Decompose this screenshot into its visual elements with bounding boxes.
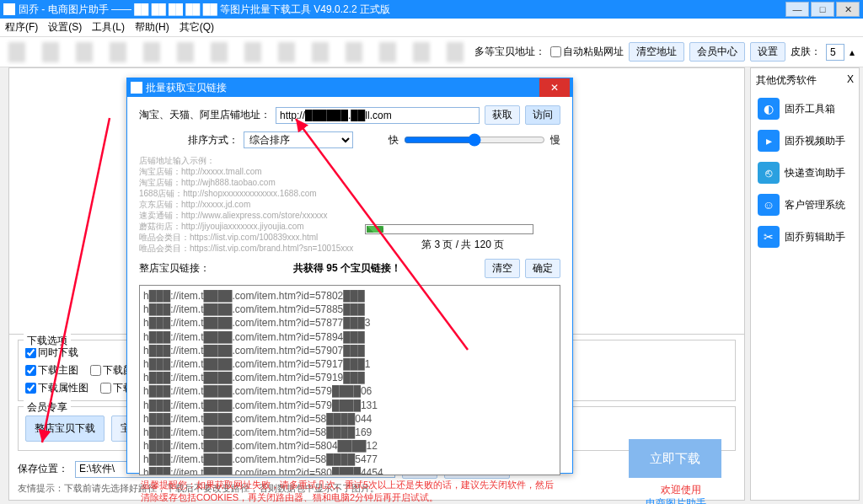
- list-item[interactable]: h███://item.t████.com/item.htm?id=58████…: [143, 426, 556, 439]
- auto-paste-checkbox[interactable]: 自动粘贴网址: [550, 45, 624, 59]
- whole-shop-download-button[interactable]: 整店宝贝下载: [25, 416, 105, 442]
- menu-help[interactable]: 帮助(H): [135, 20, 169, 35]
- list-item[interactable]: h███://item.t████.com/item.htm?id=57917█…: [143, 357, 556, 371]
- list-item[interactable]: h███://item.t████.com/item.htm?id=579███…: [143, 399, 556, 412]
- dialog-titlebar[interactable]: 批量获取宝贝链接 ✕: [127, 78, 572, 97]
- batch-links-dialog: 批量获取宝贝链接 ✕ 淘宝、天猫、阿里店铺地址： 获取 访问 排序方式： 综合排…: [126, 78, 573, 474]
- clear-list-button[interactable]: 清空: [485, 259, 520, 278]
- tool-icon: ⎋: [758, 162, 780, 184]
- menu-other[interactable]: 其它(Q): [180, 20, 214, 35]
- dialog-app-icon: [131, 82, 142, 94]
- download-now-button[interactable]: 立即下载: [629, 439, 721, 478]
- skin-up-icon[interactable]: ▴: [850, 46, 855, 58]
- list-item[interactable]: h███://item.t████.com/item.htm?id=580███…: [143, 466, 556, 475]
- slow-label-dialog: 慢: [550, 133, 560, 147]
- tool-item-4[interactable]: ✂固乔剪辑助手: [756, 221, 854, 253]
- list-item[interactable]: h███://item.t████.com/item.htm?id=57907█…: [143, 344, 556, 357]
- tool-icon: ✂: [758, 226, 780, 248]
- member-center-button[interactable]: 会员中心: [689, 42, 745, 62]
- list-item[interactable]: h███://item.t████.com/item.htm?id=5804██…: [143, 439, 556, 453]
- list-item[interactable]: h███://item.t████.com/item.htm?id=58████…: [143, 453, 556, 466]
- window-titlebar: 固乔 - 电商图片助手 —— ██ ██ ██ ██ ██ 等图片批量下载工具 …: [0, 0, 863, 19]
- list-item[interactable]: h███://item.t████.com/item.htm?id=57894█…: [143, 330, 556, 344]
- save-path-label: 保存位置：: [18, 462, 68, 476]
- download-options-title: 下载选项: [24, 334, 71, 348]
- minimize-button[interactable]: —: [785, 2, 809, 17]
- ok-button[interactable]: 确定: [525, 259, 560, 278]
- clear-address-button[interactable]: 清空地址: [629, 42, 684, 62]
- get-button[interactable]: 获取: [485, 105, 520, 125]
- welcome-link[interactable]: 电商图片助手: [646, 496, 706, 504]
- visit-button[interactable]: 访问: [525, 105, 560, 125]
- sort-select[interactable]: 综合排序: [244, 131, 353, 148]
- download-attr-image-checkbox[interactable]: 下载属性图: [25, 381, 88, 395]
- links-listbox[interactable]: h███://item.t████.com/item.htm?id=57802█…: [139, 285, 560, 475]
- tool-icon: ◐: [758, 98, 780, 120]
- tool-icon: ▸: [758, 130, 780, 152]
- list-item[interactable]: h███://item.t████.com/item.htm?id=57885█…: [143, 303, 556, 316]
- other-software-title: 其他优秀软件: [756, 73, 817, 88]
- member-title: 会员专享: [24, 400, 71, 415]
- got-count: 共获得 95 个宝贝链接！: [215, 261, 480, 276]
- progress-bar: [365, 224, 533, 234]
- skin-input[interactable]: [826, 44, 844, 61]
- speed-slider-dialog[interactable]: [404, 133, 545, 147]
- menubar: 程序(F) 设置(S) 工具(L) 帮助(H) 其它(Q): [0, 19, 863, 37]
- page-info: 第 3 页 / 共 120 页: [365, 238, 560, 252]
- addr-label-tail: 多等宝贝地址：: [474, 45, 545, 59]
- list-item[interactable]: h███://item.t████.com/item.htm?id=58████…: [143, 412, 556, 426]
- menu-tools[interactable]: 工具(L): [92, 20, 125, 35]
- close-button[interactable]: ✕: [836, 2, 860, 17]
- skin-label: 皮肤：: [791, 45, 821, 59]
- menu-program[interactable]: 程序(F): [5, 20, 38, 35]
- fast-label: 快: [389, 133, 399, 147]
- tool-item-2[interactable]: ⎋快递查询助手: [756, 157, 854, 189]
- app-icon: [3, 3, 15, 15]
- list-item[interactable]: h███://item.t████.com/item.htm?id=57802█…: [143, 289, 556, 303]
- shop-address-input[interactable]: [276, 107, 480, 124]
- other-software-close-icon[interactable]: X: [847, 73, 854, 88]
- tool-item-3[interactable]: ☺客户管理系统: [756, 189, 854, 221]
- other-software-panel: 其他优秀软件 X ◐固乔工具箱 ▸固乔视频助手 ⎋快递查询助手 ☺客户管理系统 …: [750, 67, 860, 501]
- tool-icon: ☺: [758, 194, 780, 216]
- list-item[interactable]: h███://item.t████.com/item.htm?id=579███…: [143, 384, 556, 398]
- address-toolbar: 多等宝贝地址： 自动粘贴网址 清空地址 会员中心 设置 皮肤： ▴: [0, 37, 863, 67]
- list-item[interactable]: h███://item.t████.com/item.htm?id=57877█…: [143, 316, 556, 330]
- menu-settings[interactable]: 设置(S): [48, 20, 82, 35]
- dialog-title: 批量获取宝贝链接: [146, 81, 539, 95]
- dialog-close-button[interactable]: ✕: [539, 78, 570, 97]
- sort-label: 排序方式：: [139, 133, 239, 147]
- example-text: 店铺地址输入示例： 淘宝店铺：http://xxxxx.tmall.com 淘宝…: [139, 155, 353, 254]
- window-title: 固乔 - 电商图片助手 —— ██ ██ ██ ██ ██ 等图片批量下载工具 …: [19, 3, 784, 17]
- settings-button[interactable]: 设置: [750, 42, 785, 62]
- list-item[interactable]: h███://item.t████.com/item.htm?id=57919█…: [143, 371, 556, 384]
- tool-item-0[interactable]: ◐固乔工具箱: [756, 93, 854, 125]
- links-label: 整店宝贝链接：: [139, 261, 210, 276]
- dialog-footer-hint: 温馨提醒您：如果获取网址失败，请多重试几次。重试5次以上还是失败的话，建议先关闭…: [139, 475, 560, 504]
- maximize-button[interactable]: □: [811, 2, 834, 17]
- download-main-image-checkbox[interactable]: 下载主图: [25, 363, 78, 378]
- welcome-text: 欢迎使用: [661, 483, 701, 497]
- shop-address-label: 淘宝、天猫、阿里店铺地址：: [139, 108, 271, 122]
- address-blur: [8, 42, 469, 62]
- tool-item-1[interactable]: ▸固乔视频助手: [756, 125, 854, 157]
